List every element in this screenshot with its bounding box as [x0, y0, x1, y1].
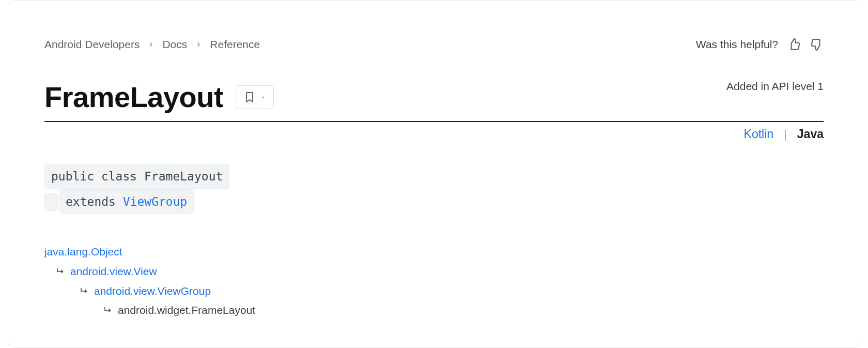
language-switch: Kotlin | Java: [44, 127, 824, 141]
hierarchy-link-object[interactable]: java.lang.Object: [44, 242, 122, 262]
inherit-arrow-icon: [80, 286, 89, 296]
chevron-right-icon: [148, 41, 154, 48]
breadcrumb: Android Developers Docs Reference: [44, 38, 260, 51]
signature-line-2: extends ViewGroup: [59, 189, 194, 215]
thumbs-up-icon: [787, 38, 801, 51]
top-bar: Android Developers Docs Reference Was th…: [44, 38, 824, 51]
bookmark-button[interactable]: [236, 85, 274, 109]
class-signature: public class FrameLayout extends ViewGro…: [44, 164, 824, 214]
added-in-label: Added in API level 1: [726, 80, 824, 93]
feedback-area: Was this helpful?: [696, 38, 824, 51]
language-tab-kotlin[interactable]: Kotlin: [744, 127, 774, 141]
inherit-arrow-icon: [103, 306, 113, 315]
language-tab-java[interactable]: Java: [797, 127, 824, 141]
inherit-arrow-icon: [56, 267, 65, 276]
extends-link-viewgroup[interactable]: ViewGroup: [123, 195, 188, 208]
extends-keyword: extends: [66, 195, 123, 208]
thumbs-up-button[interactable]: [787, 38, 801, 51]
feedback-prompt: Was this helpful?: [696, 38, 778, 51]
hierarchy-row-1: android.view.View: [56, 262, 824, 281]
thumbs-down-icon: [810, 38, 824, 51]
content-card: Android Developers Docs Reference Was th…: [8, 0, 860, 348]
language-separator: |: [784, 128, 787, 141]
title-left: FrameLayout: [44, 80, 274, 114]
hierarchy-row-2: android.view.ViewGroup: [80, 281, 824, 301]
hierarchy-link-viewgroup[interactable]: android.view.ViewGroup: [94, 281, 211, 301]
hierarchy-link-view[interactable]: android.view.View: [70, 262, 157, 281]
bookmark-icon: [243, 91, 256, 103]
title-row: FrameLayout Added in API level 1: [44, 80, 824, 122]
breadcrumb-item-reference[interactable]: Reference: [210, 38, 260, 51]
hierarchy-current-framelayout: android.widget.FrameLayout: [118, 300, 255, 320]
chevron-right-icon: [195, 41, 202, 48]
thumbs-down-button[interactable]: [810, 38, 824, 51]
breadcrumb-item-docs[interactable]: Docs: [162, 38, 187, 51]
hierarchy-row-0: java.lang.Object: [44, 242, 824, 262]
signature-indent: [44, 193, 58, 211]
page-title: FrameLayout: [44, 80, 223, 114]
class-hierarchy: java.lang.Object android.view.View andro…: [44, 242, 824, 320]
hierarchy-row-3: android.widget.FrameLayout: [103, 300, 824, 320]
signature-line-1: public class FrameLayout: [44, 164, 229, 189]
caret-down-icon: [260, 94, 266, 100]
breadcrumb-item-android-developers[interactable]: Android Developers: [44, 38, 140, 51]
